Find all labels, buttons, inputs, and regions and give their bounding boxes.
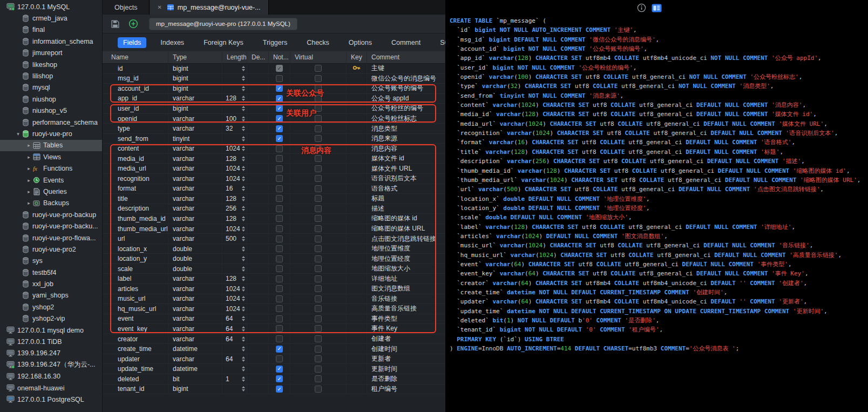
sidebar-item-information-schema[interactable]: information_schema [0,36,102,47]
field-length-cell[interactable]: 64 [222,334,247,344]
field-length-cell[interactable]: 1 [222,374,247,384]
column-header-not[interactable]: Not... [269,51,290,63]
field-comment-cell[interactable]: 事件类型 [367,314,445,324]
field-virtual-cell[interactable] [290,84,347,93]
sidebar-item-crmeb-java[interactable]: crmeb_java [0,12,102,24]
field-comment-cell[interactable]: 主键 [367,64,445,73]
length-stepper[interactable] [242,286,245,292]
length-stepper[interactable] [242,276,245,281]
virtual-checkbox[interactable] [315,275,322,282]
field-virtual-cell[interactable] [290,194,347,204]
not-null-checkbox[interactable] [276,265,283,272]
field-type-cell[interactable]: bigint [168,64,222,73]
field-name-cell[interactable]: recognition [103,174,168,184]
sidebar-item-niushop-v5[interactable]: niushop_v5 [0,105,102,117]
field-virtual-cell[interactable] [290,274,347,283]
field-row-event_key[interactable]: event_keyvarchar64事件 Key [103,324,445,334]
not-null-checkbox[interactable] [276,155,283,162]
field-row-tenant_id[interactable]: tenant_idbigint✓租户编号 [103,384,445,395]
column-header-length[interactable]: Length [222,51,247,63]
virtual-checkbox[interactable] [315,315,322,322]
field-decimals-cell[interactable] [247,74,269,84]
sidebar-item-127-0-0-1-postgresql[interactable]: 127.0.0.1 PostgreSQL [0,394,102,405]
field-length-cell[interactable]: 1024 [222,144,247,153]
sidebar-item-events[interactable]: ▸Events [0,174,102,186]
field-decimals-cell[interactable] [247,124,269,133]
field-length-cell[interactable]: 1024 [222,304,247,314]
length-stepper[interactable] [242,176,245,181]
field-name-cell[interactable]: openid [103,114,168,124]
field-comment-cell[interactable]: 媒体文件 URL [367,164,445,173]
virtual-checkbox[interactable] [315,335,322,342]
field-decimals-cell[interactable] [247,154,269,164]
virtual-checkbox[interactable] [315,375,322,382]
sidebar-item-127-0-0-1-mysql-demo[interactable]: 127.0.0.1 mysql demo [0,325,102,336]
field-length-cell[interactable]: 1024 [222,174,247,184]
field-comment-cell[interactable]: 消息内容 [367,144,445,153]
virtual-checkbox[interactable] [315,265,322,272]
not-null-checkbox[interactable] [276,305,283,312]
field-length-cell[interactable] [222,244,247,254]
virtual-checkbox[interactable] [315,325,322,332]
field-virtual-cell[interactable] [290,154,347,164]
sidebar-item-139-9-196-247[interactable]: 139.9.196.247 [0,348,102,359]
length-stepper[interactable] [242,236,245,241]
tree-expand-icon[interactable]: ▸ [26,143,32,148]
sidebar-item-127-0-0-1-tidb[interactable]: 127.0.0.1 TiDB [0,336,102,347]
field-notnull-cell[interactable]: ✓ [269,94,290,104]
length-stepper[interactable] [242,246,245,252]
field-length-cell[interactable]: 1024 [222,294,247,304]
field-name-cell[interactable]: msg_id [103,74,168,84]
not-null-checkbox[interactable] [276,315,283,322]
field-notnull-cell[interactable] [269,254,290,264]
tab-objects[interactable]: Objects [103,0,150,15]
length-stepper[interactable] [242,106,245,111]
field-type-cell[interactable]: varchar [168,294,222,304]
tree-expand-icon[interactable]: ▸ [26,154,32,160]
field-length-cell[interactable]: 64 [222,354,247,364]
field-decimals-cell[interactable] [247,194,269,204]
field-type-cell[interactable]: varchar [168,144,222,153]
field-length-cell[interactable] [222,364,247,374]
field-name-cell[interactable]: tenant_id [103,384,168,394]
field-row-hq_music_url[interactable]: hq_music_urlvarchar1024高质量音乐链接 [103,304,445,314]
field-name-cell[interactable]: content [103,144,168,153]
column-header-de[interactable]: De... [247,51,269,63]
field-notnull-cell[interactable] [269,154,290,164]
virtual-checkbox[interactable] [315,165,322,172]
field-comment-cell[interactable]: 事件 Key [367,324,445,334]
field-length-cell[interactable] [222,134,247,144]
field-notnull-cell[interactable] [269,164,290,173]
field-row-recognition[interactable]: recognitionvarchar1024语音识别后文本 [103,174,445,184]
length-stepper[interactable] [242,326,245,332]
not-null-checkbox[interactable] [276,215,283,222]
info-icon[interactable] [637,3,646,15]
virtual-checkbox[interactable] [315,285,322,292]
not-null-checkbox[interactable]: ✓ [276,386,283,393]
field-virtual-cell[interactable] [290,364,347,374]
field-length-cell[interactable] [222,264,247,274]
field-length-cell[interactable]: 128 [222,274,247,283]
field-type-cell[interactable]: double [168,254,222,264]
not-null-checkbox[interactable] [276,355,283,362]
field-virtual-cell[interactable] [290,344,347,354]
field-virtual-cell[interactable] [290,164,347,173]
length-stepper[interactable] [242,96,245,101]
field-row-deleted[interactable]: deletedbit1✓是否删除 [103,374,445,384]
field-length-cell[interactable]: 1024 [222,224,247,234]
field-comment-cell[interactable]: 是否删除 [367,374,445,384]
field-virtual-cell[interactable] [290,384,347,394]
not-null-checkbox[interactable] [276,75,283,82]
field-virtual-cell[interactable] [290,184,347,194]
not-null-checkbox[interactable]: ✓ [276,125,283,132]
field-row-format[interactable]: formatvarchar16语音格式 [103,184,445,194]
virtual-checkbox[interactable] [315,155,322,162]
sidebar-item-sys[interactable]: sys [0,255,102,267]
sidebar-item-tables[interactable]: ▸Tables [0,140,102,151]
field-notnull-cell[interactable]: ✓ [269,124,290,133]
field-comment-cell[interactable]: 高质量音乐链接 [367,304,445,314]
field-row-thumb_media_id[interactable]: thumb_media_idvarchar128缩略图的媒体 id [103,214,445,224]
field-comment-cell[interactable]: 更新时间 [367,364,445,374]
column-header-type[interactable]: Type [168,51,222,63]
length-stepper[interactable] [242,136,245,141]
